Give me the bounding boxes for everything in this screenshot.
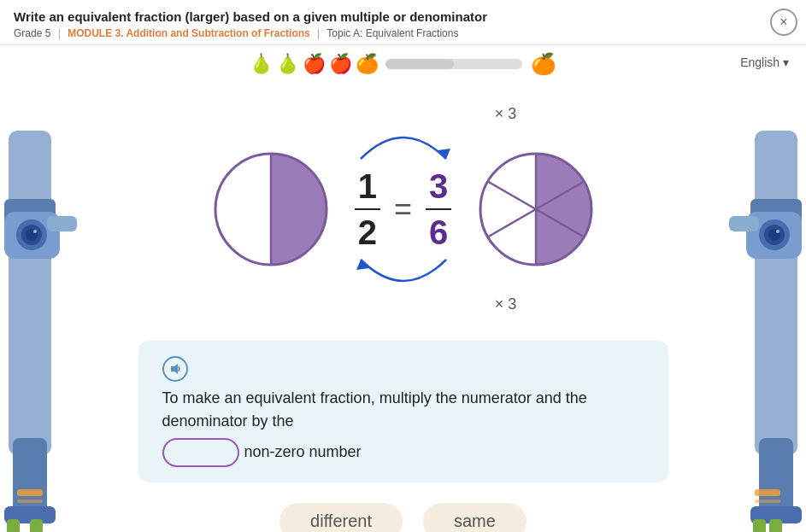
fraction-3-6: 3 6 (426, 167, 451, 251)
breadcrumb: Grade 5 | MODULE 3. Addition and Subtrac… (14, 27, 772, 39)
svg-rect-7 (47, 216, 77, 231)
fruit-3: 🍎 (303, 53, 326, 75)
fruit-5: 🍊 (356, 53, 379, 75)
fraction-line-1 (355, 208, 380, 210)
circle-sixths (472, 145, 600, 273)
robot-right (729, 131, 806, 533)
robot-left-svg (0, 131, 77, 533)
answer-buttons: different same (279, 503, 527, 533)
speaker-icon[interactable] (162, 356, 188, 382)
progress-track (385, 59, 522, 69)
fraction2-denominator: 6 (429, 213, 448, 251)
info-text-before: To make an equivalent fraction, multiply… (162, 387, 644, 433)
fraction1-numerator: 1 (358, 167, 377, 205)
top-arrow-svg (352, 125, 455, 167)
svg-rect-11 (30, 519, 43, 533)
progress-bar-wrap: 🍐 🍐 🍎 🍎 🍊 🍊 (250, 52, 556, 76)
language-label: English (740, 56, 780, 69)
progress-fill (385, 59, 454, 69)
answer-same-button[interactable]: same (423, 503, 527, 533)
multiply-bottom-label: × 3 (495, 295, 517, 313)
svg-rect-25 (769, 519, 782, 533)
page-title: Write an equivalent fraction (larger) ba… (14, 9, 772, 26)
fruit-goal: 🍊 (531, 52, 556, 76)
info-text-after: non-zero number (244, 441, 362, 464)
content-area: × 3 (0, 79, 806, 533)
answer-blank (162, 438, 239, 467)
fraction-line-2 (426, 208, 451, 210)
language-selector[interactable]: English ▾ (740, 56, 789, 69)
circle-half (207, 145, 335, 273)
equals-sign: = (394, 191, 412, 227)
equation-area: × 3 (207, 105, 600, 313)
svg-rect-21 (729, 216, 759, 231)
svg-point-6 (33, 230, 37, 233)
svg-rect-27 (755, 500, 780, 503)
svg-rect-24 (753, 519, 766, 533)
svg-rect-26 (755, 489, 780, 496)
header: Write an equivalent fraction (larger) ba… (0, 0, 806, 45)
main-container: Write an equivalent fraction (larger) ba… (0, 0, 806, 532)
topic-label: Topic A: Equivalent Fractions (327, 27, 458, 39)
equation-row: 1 2 = 3 6 (207, 125, 600, 294)
fraction-display: 1 2 = 3 6 (355, 167, 451, 251)
speaker-svg (169, 363, 181, 375)
fruit-1: 🍐 (250, 53, 273, 75)
svg-rect-13 (17, 500, 43, 503)
sep1: | (58, 27, 61, 39)
sep2: | (317, 27, 320, 39)
fraction-1-2: 1 2 (355, 167, 380, 251)
info-box: To make an equivalent fraction, multiply… (138, 341, 668, 482)
bottom-arrow-svg (352, 251, 455, 294)
svg-rect-14 (755, 131, 797, 455)
svg-point-20 (776, 230, 780, 233)
module-label: MODULE 3. Addition and Subtraction of Fr… (68, 27, 310, 39)
fraction1-denominator: 2 (358, 213, 377, 251)
progress-area: 🍐 🍐 🍎 🍎 🍊 🍊 English ▾ (0, 45, 806, 79)
fruit-2: 🍐 (276, 53, 299, 75)
svg-rect-12 (17, 489, 43, 496)
robot-right-svg (729, 131, 806, 533)
fraction-with-arrows: 1 2 = 3 6 (352, 125, 455, 294)
robot-left (0, 131, 77, 533)
fruit-4: 🍎 (329, 53, 352, 75)
grade-label: Grade 5 (14, 27, 50, 39)
fruit-icons: 🍐 🍐 🍎 🍎 🍊 (250, 53, 379, 75)
close-button[interactable]: × (770, 9, 797, 36)
svg-rect-0 (9, 131, 51, 455)
svg-rect-10 (7, 519, 20, 533)
fraction2-numerator: 3 (429, 167, 448, 205)
svg-marker-41 (171, 364, 178, 374)
answer-different-button[interactable]: different (279, 503, 403, 533)
multiply-top-label: × 3 (495, 105, 517, 123)
language-dropdown-icon: ▾ (783, 56, 789, 69)
